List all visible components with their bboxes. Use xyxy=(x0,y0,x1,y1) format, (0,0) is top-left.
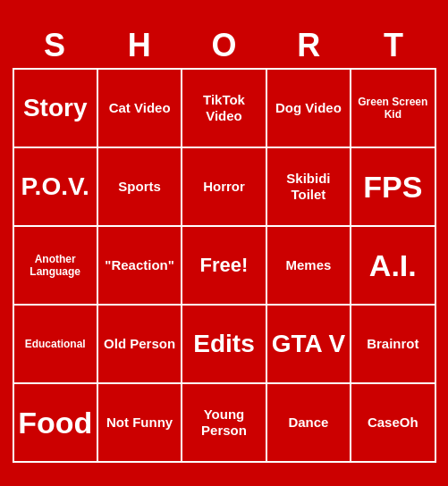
table-row[interactable]: Brainrot xyxy=(351,306,435,384)
header-t: T xyxy=(351,23,436,68)
table-row[interactable]: Green Screen Kid xyxy=(351,70,435,148)
table-row[interactable]: Sports xyxy=(98,148,182,227)
table-row[interactable]: CaseOh xyxy=(351,384,435,463)
table-row[interactable]: Dog Video xyxy=(267,70,351,148)
table-row[interactable]: Not Funny xyxy=(98,384,182,463)
table-row[interactable]: TikTok Video xyxy=(182,70,266,148)
table-row[interactable]: Story xyxy=(14,70,98,148)
table-row[interactable]: "Reaction" xyxy=(98,227,182,306)
table-row[interactable]: GTA V xyxy=(267,306,351,384)
table-row[interactable]: Horror xyxy=(182,148,266,227)
table-row[interactable]: FPS xyxy=(351,148,435,227)
table-row[interactable]: Old Person xyxy=(98,306,182,384)
table-row[interactable]: Edits xyxy=(182,306,266,384)
bingo-card: S H O R T StoryCat VideoTikTok VideoDog … xyxy=(5,16,444,470)
table-row[interactable]: P.O.V. xyxy=(14,148,98,227)
table-row[interactable]: Free! xyxy=(182,227,266,306)
table-row[interactable]: Dance xyxy=(267,384,351,463)
bingo-grid: StoryCat VideoTikTok VideoDog VideoGreen… xyxy=(13,68,436,463)
table-row[interactable]: Young Person xyxy=(182,384,266,463)
table-row[interactable]: Memes xyxy=(267,227,351,306)
table-row[interactable]: A.I. xyxy=(351,227,435,306)
bingo-header: S H O R T xyxy=(13,23,436,68)
header-o: O xyxy=(182,23,266,68)
table-row[interactable]: Skibidi Toilet xyxy=(267,148,351,227)
table-row[interactable]: Cat Video xyxy=(98,70,182,148)
header-r: R xyxy=(266,23,351,68)
table-row[interactable]: Food xyxy=(14,384,98,463)
header-s: S xyxy=(13,23,97,68)
table-row[interactable]: Educational xyxy=(14,306,98,384)
table-row[interactable]: Another Language xyxy=(14,227,98,306)
header-h: H xyxy=(97,23,182,68)
